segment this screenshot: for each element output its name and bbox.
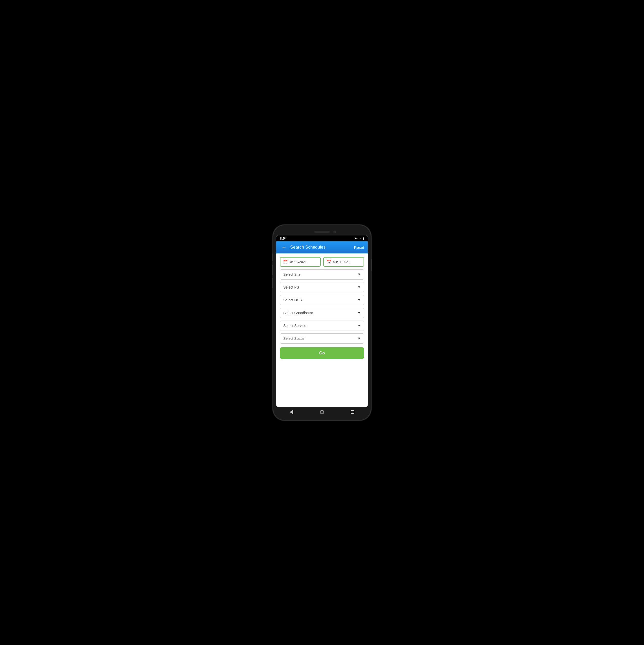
nav-home-icon [320,410,324,414]
select-ps-arrow-icon: ▼ [357,285,361,289]
select-dcs-dropdown[interactable]: Select DCS ▼ [280,295,364,305]
battery-icon: ▮ [362,237,364,240]
phone-screen: 8:54 ▾▴ ▲ ▮ ← Search Schedules Reset 📅 0… [276,235,368,407]
power-button [371,258,372,271]
select-site-label: Select Site [283,272,301,276]
status-icons: ▾▴ ▲ ▮ [354,236,364,240]
app-header: ← Search Schedules Reset [276,241,368,253]
select-service-label: Select Service [283,324,306,328]
phone-top-bar [276,228,368,235]
select-status-dropdown[interactable]: Select Status ▼ [280,334,364,344]
select-dcs-arrow-icon: ▼ [357,298,361,302]
nav-recents-button[interactable] [350,409,355,415]
wifi-icon: ▾▴ [354,236,358,240]
select-site-dropdown[interactable]: Select Site ▼ [280,269,364,279]
select-service-arrow-icon: ▼ [357,324,361,328]
nav-back-button[interactable] [289,409,294,415]
go-button[interactable]: Go [280,347,364,359]
status-time: 8:54 [280,236,287,240]
calendar-end-icon: 📅 [326,260,331,264]
start-date-field[interactable]: 📅 04/09/2021 [280,257,321,267]
signal-icon: ▲ [359,237,361,240]
select-status-arrow-icon: ▼ [357,337,361,340]
select-service-dropdown[interactable]: Select Service ▼ [280,320,364,331]
reset-button[interactable]: Reset [354,245,364,250]
phone-device: 8:54 ▾▴ ▲ ▮ ← Search Schedules Reset 📅 0… [273,225,371,420]
start-date-value: 04/09/2021 [290,260,307,264]
front-camera [334,231,336,233]
speaker-grille [314,231,330,233]
end-date-value: 04/11/2021 [333,260,350,264]
nav-recents-icon [351,410,354,414]
nav-bar [276,407,368,417]
select-site-arrow-icon: ▼ [357,272,361,276]
select-dcs-label: Select DCS [283,298,302,302]
volume-up-button [272,265,273,275]
select-ps-label: Select PS [283,285,299,289]
nav-back-icon [290,410,293,414]
silent-button [272,253,273,261]
select-ps-dropdown[interactable]: Select PS ▼ [280,282,364,292]
app-content: 📅 04/09/2021 📅 04/11/2021 Select Site ▼ … [276,253,368,407]
date-row: 📅 04/09/2021 📅 04/11/2021 [280,257,364,267]
end-date-field[interactable]: 📅 04/11/2021 [323,257,364,267]
select-coordinator-arrow-icon: ▼ [357,311,361,315]
calendar-start-icon: 📅 [283,260,288,264]
page-title: Search Schedules [290,245,354,250]
back-button[interactable]: ← [280,244,288,251]
volume-down-button [272,278,273,288]
select-status-label: Select Status [283,337,305,341]
select-coordinator-dropdown[interactable]: Select Coordinator ▼ [280,308,364,318]
status-bar: 8:54 ▾▴ ▲ ▮ [276,235,368,241]
select-coordinator-label: Select Coordinator [283,311,313,315]
nav-home-button[interactable] [319,409,325,415]
